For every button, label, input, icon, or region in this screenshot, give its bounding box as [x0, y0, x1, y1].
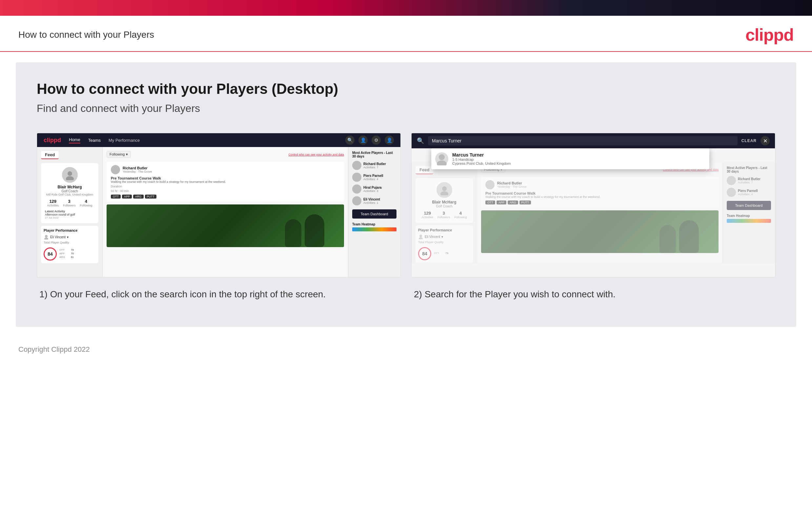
activity-avatar — [111, 165, 120, 174]
search-bar: 🔍 CLEAR ✕ — [412, 133, 775, 148]
tag-app: APP — [122, 195, 132, 199]
app-left-panel: Feed Blair McHarg Golf Coach Mill Ride G… — [37, 147, 103, 277]
app-logo-1: clippd — [44, 137, 61, 144]
svg-point-1 — [66, 176, 74, 180]
app-center-panel-2: Following ▾ Control who can see your act… — [477, 162, 722, 263]
activity-card: Richard Butler Yesterday · The Grove Pre… — [107, 162, 344, 202]
latest-activity: Latest Activity Afternoon round of golf … — [45, 210, 94, 219]
nav-icons: 🔍 👤 ⚙ 👤 — [345, 135, 394, 145]
quality-score-2: 84 — [418, 247, 431, 260]
active-avatar-2 — [352, 173, 362, 182]
profile-avatar — [62, 167, 78, 183]
search-result-avatar — [435, 152, 448, 165]
search-result-item[interactable]: Marcus Turner 1-5 Handicap Cypress Point… — [435, 152, 705, 165]
svg-point-4 — [439, 154, 445, 160]
search-result-handicap: 1-5 Handicap — [452, 158, 511, 162]
tag-ott: OTT — [111, 195, 121, 199]
profile-avatar-2 — [436, 182, 452, 198]
header: How to connect with your Players clippd — [0, 16, 812, 52]
avatar-icon[interactable]: 👤 — [385, 135, 394, 145]
profile-card: Blair McHarg Golf Coach Mill Ride Golf C… — [41, 163, 98, 223]
svg-point-9 — [419, 237, 423, 239]
activity-tags: OTT APP ARG PUTT — [111, 195, 341, 199]
svg-point-3 — [44, 238, 48, 240]
search-magnify-icon: 🔍 — [417, 137, 424, 144]
feed-tab-2: Feed — [416, 166, 433, 174]
active-activities-4: Activities: 1 — [363, 201, 380, 205]
svg-point-0 — [67, 171, 72, 176]
profile-role: Golf Coach — [45, 189, 94, 193]
settings-icon[interactable]: ⚙ — [372, 135, 381, 145]
active-avatar-4 — [352, 196, 362, 205]
stats-row-2: 129Activities 3Followers 4Following — [420, 211, 469, 219]
heatmap-title: Team Heatmap — [352, 222, 396, 226]
golf-course-image — [107, 205, 344, 247]
active-player-3: Hiral Pujara Activities: 3 — [352, 184, 396, 194]
main-content: How to connect with your Players (Deskto… — [16, 62, 796, 327]
search-result-dropdown: Marcus Turner 1-5 Handicap Cypress Point… — [431, 148, 709, 169]
search-result-name: Marcus Turner — [452, 152, 511, 158]
nav-home[interactable]: Home — [69, 137, 80, 143]
profile-role-2: Golf Coach — [420, 205, 469, 208]
main-subtitle: Find and connect with your Players — [37, 102, 775, 115]
performance-section-2: Player Performance Eli Vincent▾ Total Pl… — [416, 225, 473, 263]
following-header: Following ▾ Control who can see your act… — [107, 151, 344, 158]
search-input[interactable] — [428, 136, 737, 145]
team-dashboard-button[interactable]: Team Dashboard — [352, 209, 396, 219]
player-select-2: Eli Vincent▾ — [418, 234, 470, 239]
player-select[interactable]: Eli Vincent ▾ — [44, 234, 96, 240]
following-button[interactable]: Following ▾ — [107, 151, 131, 158]
control-link[interactable]: Control who can see your activity and da… — [288, 153, 344, 156]
copyright-text: Copyright Clippd 2022 — [18, 345, 90, 353]
step-2-description: 2) Search for the Player you wish to con… — [411, 277, 775, 301]
most-active-title: Most Active Players - Last 30 days — [352, 151, 396, 158]
heatmap-bar — [352, 227, 396, 231]
profile-club: Mill Ride Golf Club, United Kingdom — [45, 193, 94, 196]
app-body-2: Feed Blair McHarg Golf Coach 129Activiti… — [412, 162, 775, 263]
feed-tab[interactable]: Feed — [41, 151, 59, 159]
app-center-panel: Following ▾ Control who can see your act… — [103, 147, 348, 277]
svg-point-7 — [440, 191, 448, 195]
duration-label: Duration — [111, 185, 341, 188]
app-body-1: Feed Blair McHarg Golf Coach Mill Ride G… — [37, 147, 400, 277]
tag-arg: ARG — [133, 195, 144, 199]
active-activities-1: Activities: 7 — [363, 166, 386, 169]
active-name-3: Hiral Pujara — [363, 186, 382, 189]
activity-title: Pre Tournament Course Walk — [111, 176, 341, 180]
step-1-description: 1) On your Feed, click on the search ico… — [37, 277, 401, 301]
screenshot-frame-1: clippd Home Teams My Performance 🔍 👤 ⚙ 👤 — [37, 133, 401, 277]
screenshots-row: clippd Home Teams My Performance 🔍 👤 ⚙ 👤 — [37, 133, 775, 301]
activity-desc: Walking the course with my coach to buil… — [111, 180, 341, 183]
app-right-panel: Most Active Players - Last 30 days Richa… — [348, 147, 400, 277]
clear-button[interactable]: CLEAR — [742, 138, 757, 143]
player-performance-title: Player Performance — [44, 228, 96, 232]
nav-teams[interactable]: Teams — [88, 138, 101, 143]
stat-activities: 129 Activities — [47, 199, 59, 207]
close-search-button[interactable]: ✕ — [761, 136, 770, 145]
stat-followers: 3 Followers — [63, 199, 76, 207]
active-player-4: Eli Vincent Activities: 1 — [352, 196, 396, 205]
activity-username: Richard Butler — [123, 166, 152, 170]
svg-point-6 — [442, 186, 447, 191]
activity-duration: 02 hr : 00 min — [111, 189, 341, 193]
search-icon[interactable]: 🔍 — [345, 135, 354, 145]
activity-user: Richard Butler Yesterday · The Grove — [111, 165, 341, 174]
profile-card-2: Blair McHarg Golf Coach 129Activities 3F… — [416, 178, 473, 223]
active-player-2: Piers Parnell Activities: 4 — [352, 173, 396, 182]
active-name-1: Richard Butler — [363, 162, 386, 166]
active-activities-2: Activities: 4 — [363, 177, 383, 181]
activity-card-2: Richard Butler Yesterday · The Grove Pre… — [481, 177, 719, 208]
main-title: How to connect with your Players (Deskto… — [37, 81, 775, 97]
profile-icon[interactable]: 👤 — [359, 135, 368, 145]
clippd-logo: clippd — [746, 25, 794, 45]
nav-my-performance[interactable]: My Performance — [108, 138, 140, 143]
profile-name-2: Blair McHarg — [420, 200, 469, 205]
heatmap-section: Team Heatmap — [352, 222, 396, 231]
background-app-content: Feed Blair McHarg Golf Coach 129Activiti… — [412, 162, 775, 277]
page-title: How to connect with your Players — [18, 30, 154, 40]
search-result-club: Cypress Point Club, United Kingdom — [452, 162, 511, 165]
app-nav-1: clippd Home Teams My Performance 🔍 👤 ⚙ 👤 — [37, 133, 400, 147]
perf-title-2: Player Performance — [418, 228, 470, 232]
active-avatar-1 — [352, 161, 362, 170]
svg-point-2 — [45, 235, 48, 238]
